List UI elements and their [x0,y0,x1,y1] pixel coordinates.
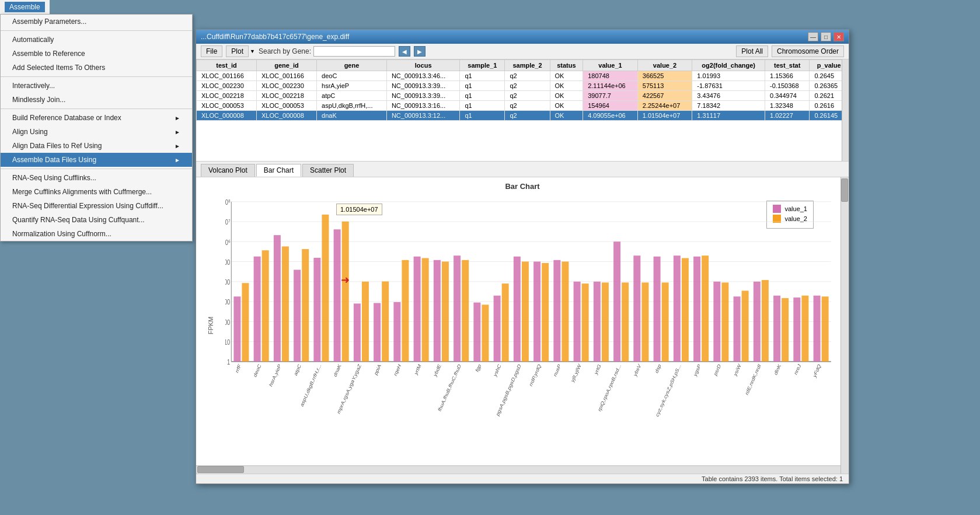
col-sample2[interactable]: sample_2 [505,60,550,71]
nav-next-button[interactable]: ▶ [414,46,426,57]
svg-rect-93 [721,282,728,362]
chart-title: Bar Chart [196,177,849,193]
dropdown-item-assemble-data-files[interactable]: Assemble Data Files Using ► [1,153,192,167]
close-button[interactable]: ✕ [833,32,844,41]
svg-rect-95 [734,296,741,362]
dropdown-item-build-reference[interactable]: Build Reference Database or Index ► [1,111,192,125]
chart-pointer: ➜ [341,274,350,286]
dropdown-item-rnaseq-cuffdiff[interactable]: RNA-Seq Differential Expression Using Cu… [1,199,192,213]
table-scrollbar-right[interactable] [842,59,849,161]
dropdown-item-merge-cufflinks[interactable]: Merge Cufflinks Alignments with Cuffmerg… [1,185,192,199]
svg-rect-20 [233,296,240,362]
maximize-button[interactable]: □ [821,32,831,41]
svg-rect-89 [693,257,700,362]
dropdown-item-quantify-cuffquant[interactable]: Quantify RNA-Seq Data Using Cuffquant... [1,213,192,227]
dropdown-item-align-data-files[interactable]: Align Data Files to Ref Using ► [1,139,192,153]
col-test-stat[interactable]: test_stat [765,60,810,71]
col-value2[interactable]: value_2 [637,60,692,71]
plot-menu[interactable]: Plot [226,45,249,57]
svg-rect-57 [482,304,489,362]
svg-rect-107 [814,296,821,362]
svg-rect-42 [382,282,389,362]
col-status[interactable]: status [550,60,583,71]
svg-rect-48 [422,258,429,362]
svg-rect-56 [473,303,480,362]
dropdown-item-assemble-to-reference[interactable]: Assemble to Reference [1,47,192,61]
dropdown-item-mindlessly-join[interactable]: Mindlessly Join... [1,93,192,107]
svg-rect-78 [622,282,629,362]
col-gene-id[interactable]: gene_id [257,60,317,71]
tab-volcano[interactable]: Volcano Plot [201,164,255,177]
svg-text:10⁷: 10⁷ [225,218,230,226]
dropdown-item-add-selected[interactable]: Add Selected Items To Others [1,61,192,75]
bar-tooltip: 1.01504e+07 [336,204,382,215]
nav-prev-button[interactable]: ◀ [399,46,410,57]
svg-rect-26 [274,235,281,362]
main-window: ...Cuffdiff\Run77dabb7b417c6577\gene_exp… [196,29,849,484]
svg-text:10⁶: 10⁶ [225,238,231,246]
separator [1,108,192,109]
svg-text:10000: 10000 [225,278,230,286]
col-locus[interactable]: locus [386,60,459,71]
svg-text:yjlI,yjlW: yjlI,yjlW [570,363,583,384]
svg-text:yrtM: yrtM [413,363,422,376]
dropdown-item-interactively[interactable]: Interactively... [1,79,192,93]
scrollbar-thumb-h[interactable] [197,466,244,473]
svg-rect-72 [582,283,589,362]
svg-text:hsrA,yieP: hsrA,yieP [268,363,282,388]
svg-text:rrfF: rrfF [234,363,242,374]
chart-scrollbar-bottom[interactable] [196,465,841,474]
svg-rect-30 [302,249,309,362]
toolbar-right: Plot All Chromosome Order [736,45,844,57]
search-box: Search by Gene: [259,46,395,57]
svg-rect-59 [494,296,501,362]
scrollbar-thumb[interactable] [841,178,848,202]
status-bar: Table contains 2393 items. Total items s… [196,474,849,484]
svg-text:ybsV: ybsV [633,363,642,377]
svg-rect-47 [414,257,421,362]
col-sample1[interactable]: sample_1 [460,60,505,71]
svg-text:dsp: dsp [654,363,662,374]
plot-all-button[interactable]: Plot All [736,45,768,57]
svg-rect-99 [762,280,769,362]
col-test-id[interactable]: test_id [197,60,257,71]
dropdown-item-normalization-cuffnorm[interactable]: Normalization Using Cuffnorm... [1,227,192,241]
col-fold-change[interactable]: og2(fold_change) [692,60,765,71]
svg-rect-80 [633,255,640,362]
submenu-arrow: ► [175,157,180,163]
svg-rect-86 [674,255,681,362]
bar-chart-svg: 11010010001000010000010⁶10⁷10⁸rrfFdeoChs… [225,198,837,424]
svg-rect-75 [602,282,609,362]
dropdown-item-rnaseq-cufflinks[interactable]: RNA-Seq Using Cufflinks... [1,171,192,185]
svg-rect-54 [462,260,469,362]
col-gene[interactable]: gene [317,60,387,71]
chart-scrollbar-right[interactable] [841,177,849,474]
svg-text:rqeH: rqeH [393,363,402,377]
col-value1[interactable]: value_1 [583,60,638,71]
svg-text:atpC: atpC [293,363,302,377]
dropdown-item-align-using[interactable]: Align Using ► [1,125,192,139]
svg-rect-39 [362,282,369,362]
chromosome-order-button[interactable]: Chromosome Order [772,45,844,57]
svg-text:psrD: psrD [713,363,722,377]
svg-text:deoC: deoC [252,363,262,379]
svg-text:fgp: fgp [475,363,482,373]
svg-text:fhuA,fhuB,fhuC,fhuD: fhuA,fhuB,fhuC,fhuD [437,363,462,413]
svg-rect-38 [354,303,361,362]
svg-rect-36 [342,222,349,362]
dropdown-item-automatically[interactable]: Automatically [1,33,192,47]
tab-bar[interactable]: Bar Chart [256,164,301,177]
minimize-button[interactable]: — [808,32,818,41]
svg-rect-101 [773,296,780,362]
submenu-arrow: ► [175,143,180,149]
assemble-menu[interactable]: Assemble [5,2,45,12]
dropdown-item-assembly-parameters[interactable]: Assembly Parameters... [1,15,192,29]
svg-rect-50 [434,260,441,362]
svg-text:rdE,nrdK,nrdI: rdE,nrdK,nrdI [744,363,762,396]
search-label: Search by Gene: [259,47,311,55]
search-input[interactable] [313,46,395,57]
svg-rect-77 [613,241,620,362]
tab-scatter[interactable]: Scatter Plot [302,164,354,177]
file-menu[interactable]: File [201,45,222,57]
svg-text:1000: 1000 [225,298,230,306]
